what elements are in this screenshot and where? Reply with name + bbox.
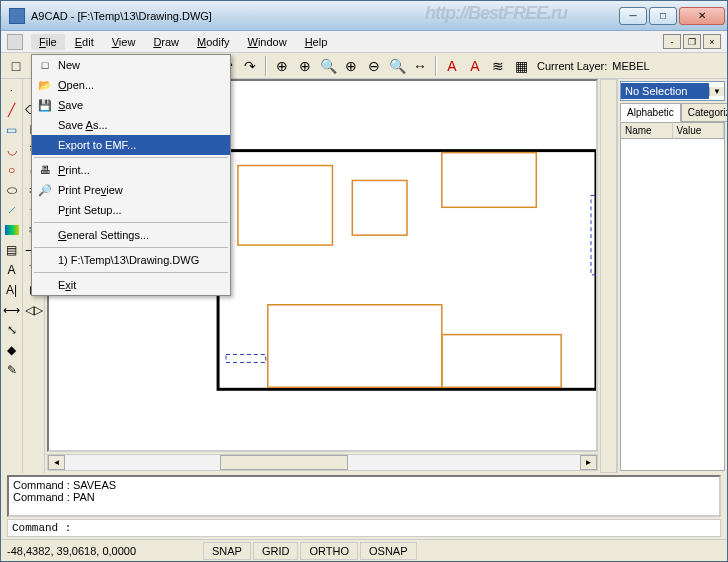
svg-rect-3 [442,153,536,208]
menu-item-print-setup[interactable]: Print Setup... [32,200,230,220]
pan-icon[interactable]: ↔ [409,55,431,77]
property-grid[interactable]: Name Value [620,122,725,471]
menu-view[interactable]: View [104,34,144,50]
text-icon[interactable]: A [3,261,21,279]
print-icon: 🖶 [36,162,54,178]
point-icon[interactable]: · [3,81,21,99]
menu-item-general-settings[interactable]: General Settings... [32,225,230,245]
menu-item-new[interactable]: □New [32,55,230,75]
col-value: Value [673,123,725,138]
zoom-extents-icon[interactable]: ⊕ [271,55,293,77]
dim-style-icon[interactable]: A [464,55,486,77]
menu-help[interactable]: Help [297,34,336,50]
v-scrollbar[interactable] [600,79,617,473]
menu-item-print[interactable]: 🖶Print... [32,160,230,180]
preview-icon: 🔎 [36,182,54,198]
svg-rect-7 [226,354,266,362]
svg-rect-4 [268,305,442,388]
maximize-button[interactable]: □ [649,7,677,25]
mdi-restore[interactable]: ❐ [683,34,701,49]
mdi-minimize[interactable]: - [663,34,681,49]
close-button[interactable]: ✕ [679,7,725,25]
zoom-in-icon[interactable]: ⊕ [340,55,362,77]
scroll-thumb[interactable] [220,455,349,470]
mdi-icon [7,34,23,50]
menu-item-open[interactable]: 📂Open... [32,75,230,95]
mtext-icon[interactable]: A| [3,281,21,299]
toggle-ortho[interactable]: ORTHO [300,542,358,560]
menu-window[interactable]: Window [239,34,294,50]
mirror-icon[interactable]: ◁▷ [25,301,43,319]
toggle-snap[interactable]: SNAP [203,542,251,560]
ellipse-icon[interactable]: ⬭ [3,181,21,199]
dim-icon[interactable]: ⟷ [3,301,21,319]
menu-item-print-preview[interactable]: 🔎Print Preview [32,180,230,200]
zoom-prev-icon[interactable]: 🔍 [386,55,408,77]
svg-rect-2 [352,180,407,235]
block-icon[interactable]: ◆ [3,341,21,359]
selection-combo[interactable]: No Selection ▼ [620,81,725,101]
menubar: File Edit View Draw Modify Window Help -… [1,31,727,53]
new-icon: □ [36,57,54,73]
save-icon: 💾 [36,97,54,113]
menu-item-save[interactable]: 💾Save [32,95,230,115]
rect-icon[interactable]: ▭ [3,121,21,139]
polyline-icon[interactable]: ⟋ [3,201,21,219]
svg-rect-5 [442,335,561,388]
menu-edit[interactable]: Edit [67,34,102,50]
menu-draw[interactable]: Draw [145,34,187,50]
toggle-grid[interactable]: GRID [253,542,299,560]
draw-toolbar: · ╱ ▭ ◡ ○ ⬭ ⟋ ▤ A A| ⟷ ⤡ ◆ ✎ [1,79,23,473]
status-coords: -48,4382, 39,0618, 0,0000 [1,545,201,557]
leader-icon[interactable]: ⤡ [3,321,21,339]
arc-icon[interactable]: ◡ [3,141,21,159]
menu-file[interactable]: File [31,34,65,50]
h-scrollbar[interactable]: ◄ ► [47,454,598,471]
scroll-left-icon[interactable]: ◄ [48,455,65,470]
scroll-right-icon[interactable]: ► [580,455,597,470]
zoom-realtime-icon[interactable]: 🔍 [317,55,339,77]
blocks-icon[interactable]: ▦ [510,55,532,77]
menu-item-saveas[interactable]: Save As... [32,115,230,135]
selection-value: No Selection [621,83,709,99]
app-icon [9,8,25,24]
tab-alphabetic[interactable]: Alphabetic [620,103,681,122]
menu-item-export-emf[interactable]: Export to EMF... [32,135,230,155]
line-icon[interactable]: ╱ [3,101,21,119]
command-history: Command : SAVEAS Command : PAN [7,475,721,517]
toggle-osnap[interactable]: OSNAP [360,542,417,560]
zoom-window-icon[interactable]: ⊕ [294,55,316,77]
col-name: Name [621,123,673,138]
command-input[interactable]: Command : [7,519,721,537]
layer-label: Current Layer: [537,60,607,72]
insert-icon[interactable]: ✎ [3,361,21,379]
chevron-down-icon[interactable]: ▼ [709,87,724,96]
titlebar: A9CAD - [F:\Temp\13\Drawing.DWG] http://… [1,1,727,31]
open-icon: 📂 [36,77,54,93]
menu-item-recent-1[interactable]: 1) F:\Temp\13\Drawing.DWG [32,250,230,270]
statusbar: -48,4382, 39,0618, 0,0000 SNAP GRID ORTH… [1,539,727,561]
layers-icon[interactable]: ≋ [487,55,509,77]
circle-icon[interactable]: ○ [3,161,21,179]
new-icon[interactable]: □ [5,55,27,77]
zoom-out-icon[interactable]: ⊖ [363,55,385,77]
watermark: http://BestFREE.ru [425,3,567,24]
menu-modify[interactable]: Modify [189,34,237,50]
redo-icon[interactable]: ↷ [239,55,261,77]
image-icon[interactable]: ▤ [3,241,21,259]
svg-rect-1 [238,166,332,246]
hatch-icon[interactable] [3,221,21,239]
layer-value: MEBEL [612,60,649,72]
file-menu-dropdown: □New 📂Open... 💾Save Save As... Export to… [31,54,231,296]
menu-item-exit[interactable]: Exit [32,275,230,295]
tab-categorized[interactable]: Categorized [681,103,727,122]
mdi-close[interactable]: × [703,34,721,49]
properties-panel: No Selection ▼ Alphabetic Categorized Na… [617,79,727,473]
text-style-icon[interactable]: A [441,55,463,77]
minimize-button[interactable]: ─ [619,7,647,25]
